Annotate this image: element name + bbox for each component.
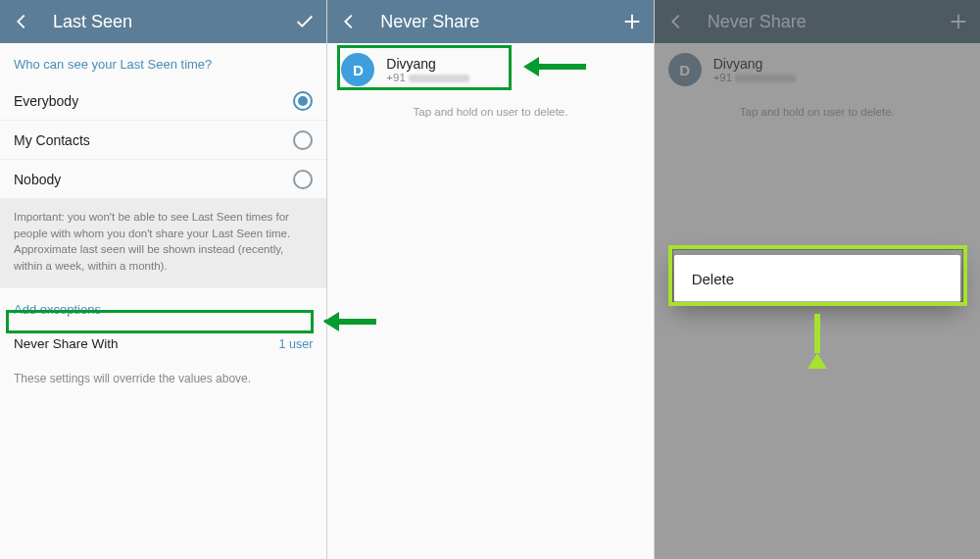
contact-row[interactable]: D Divyang +91 bbox=[327, 43, 653, 96]
arrow-to-delete bbox=[808, 314, 827, 369]
never-share-count: 1 user bbox=[279, 337, 314, 351]
contact-name: Divyang bbox=[386, 56, 469, 72]
option-label: Nobody bbox=[14, 172, 61, 187]
override-hint: These settings will override the values … bbox=[0, 362, 326, 395]
add-icon[interactable] bbox=[620, 10, 644, 33]
contact-phone: +91 bbox=[386, 72, 469, 83]
important-note: Important: you won't be able to see Last… bbox=[0, 199, 326, 288]
context-menu: Delete bbox=[674, 255, 960, 303]
arrow-overflow-panel1 bbox=[323, 312, 376, 331]
header-title: Never Share bbox=[380, 12, 619, 32]
header-bar: Last Seen bbox=[0, 0, 326, 43]
never-share-with-row[interactable]: Never Share With 1 user bbox=[0, 327, 326, 362]
back-icon[interactable] bbox=[337, 10, 361, 33]
header-bar: Never Share bbox=[327, 0, 653, 43]
never-share-label: Never Share With bbox=[14, 336, 119, 351]
option-my-contacts[interactable]: My Contacts bbox=[0, 121, 326, 160]
section-add-exceptions: Add exceptions bbox=[0, 288, 326, 327]
confirm-check-icon[interactable] bbox=[293, 10, 317, 33]
radio-icon bbox=[293, 170, 313, 189]
option-label: My Contacts bbox=[14, 132, 90, 148]
panel-never-share: Never Share D Divyang +91 Tap and hold o… bbox=[326, 0, 653, 559]
header-title: Last Seen bbox=[53, 12, 293, 32]
option-everybody[interactable]: Everybody bbox=[0, 81, 326, 121]
option-nobody[interactable]: Nobody bbox=[0, 160, 326, 199]
panel-never-share-dialog: Never Share D Divyang +91 Tap and hold o… bbox=[654, 0, 980, 559]
back-icon[interactable] bbox=[10, 10, 33, 33]
option-label: Everybody bbox=[14, 93, 78, 109]
radio-icon bbox=[293, 91, 313, 111]
tap-hold-hint: Tap and hold on user to delete. bbox=[327, 96, 653, 127]
radio-icon bbox=[293, 130, 313, 150]
avatar: D bbox=[341, 53, 374, 86]
section-who-can-see: Who can see your Last Seen time? bbox=[0, 43, 326, 81]
panel-last-seen: Last Seen Who can see your Last Seen tim… bbox=[0, 0, 326, 559]
delete-option[interactable]: Delete bbox=[692, 271, 943, 287]
arrow-to-contact bbox=[523, 57, 586, 76]
redacted-phone bbox=[409, 75, 469, 82]
